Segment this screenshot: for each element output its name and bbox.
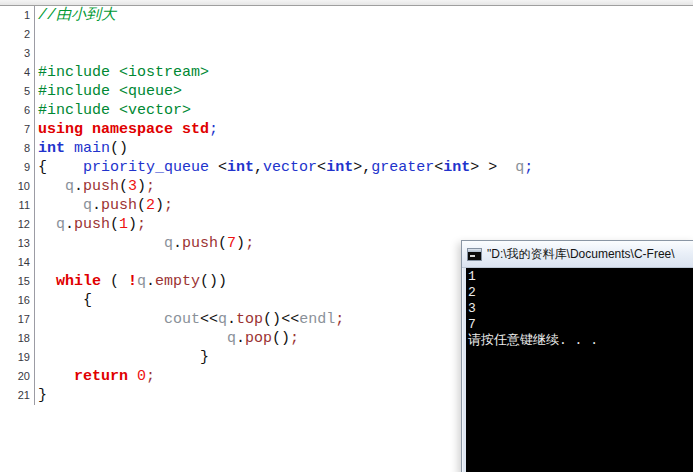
- gutter-line-number: 7: [0, 120, 34, 139]
- code-line-text[interactable]: int main(): [34, 139, 693, 158]
- console-output-line: 1: [468, 269, 693, 285]
- code-token: ): [236, 235, 245, 252]
- gutter-line-number: 15: [0, 272, 34, 291]
- code-token: ;: [137, 216, 146, 233]
- gutter-line-number: 21: [0, 386, 34, 405]
- code-token: [38, 311, 164, 328]
- gutter-line-number: 11: [0, 196, 34, 215]
- code-token: q: [56, 216, 65, 233]
- code-line-text[interactable]: [34, 44, 693, 63]
- code-token: #include <iostream>: [38, 64, 209, 81]
- code-token: ;: [209, 121, 218, 138]
- code-token: int: [443, 159, 470, 176]
- gutter-line-number: 9: [0, 158, 34, 177]
- gutter-line-number: 16: [0, 291, 34, 310]
- gutter-line-number: 2: [0, 25, 34, 44]
- code-line[interactable]: 1//由小到大: [0, 6, 693, 25]
- code-token: return: [74, 368, 128, 385]
- code-token: > >: [470, 159, 515, 176]
- code-token: push: [74, 216, 110, 233]
- code-token: int: [227, 159, 254, 176]
- code-token: <<: [281, 311, 299, 328]
- console-title-bar[interactable]: "D:\我的资料库\Documents\C-Free\: [462, 241, 693, 268]
- gutter-line-number: 1: [0, 6, 34, 25]
- code-token: ;: [290, 330, 299, 347]
- code-token: ;: [146, 368, 155, 385]
- code-line[interactable]: 6#include <vector>: [0, 101, 693, 120]
- code-token: .: [92, 197, 101, 214]
- gutter-line-number: 4: [0, 63, 34, 82]
- code-token: .: [65, 216, 74, 233]
- console-output-line: 3: [468, 301, 693, 317]
- code-line[interactable]: 3: [0, 44, 693, 63]
- code-token: .: [173, 235, 182, 252]
- code-token: 2: [146, 197, 155, 214]
- code-token: #include <queue>: [38, 83, 182, 100]
- code-token: q: [83, 197, 92, 214]
- code-token: [38, 216, 56, 233]
- console-window[interactable]: "D:\我的资料库\Documents\C-Free\ 1237请按任意键继续.…: [461, 240, 693, 472]
- code-token: q: [515, 159, 524, 176]
- code-token: 3: [128, 178, 137, 195]
- console-output-line: 请按任意键继续. . .: [468, 333, 693, 349]
- code-token: ;: [164, 197, 173, 214]
- code-token: top: [236, 311, 263, 328]
- code-line-text[interactable]: //由小到大: [34, 6, 693, 25]
- code-token: (: [119, 178, 128, 195]
- code-token: int: [38, 140, 65, 157]
- code-line-text[interactable]: q.push(3);: [34, 177, 693, 196]
- console-output[interactable]: 1237请按任意键继续. . .: [466, 268, 693, 472]
- code-token: 0: [137, 368, 146, 385]
- code-line-text[interactable]: #include <queue>: [34, 82, 693, 101]
- code-token: //由小到大: [38, 7, 116, 24]
- code-line-text[interactable]: q.push(2);: [34, 196, 693, 215]
- code-line[interactable]: 11 q.push(2);: [0, 196, 693, 215]
- code-token: }: [38, 349, 209, 366]
- code-token: empty: [155, 273, 200, 290]
- code-token: ): [128, 216, 137, 233]
- gutter-line-number: 3: [0, 44, 34, 63]
- code-line[interactable]: 9{ priority_queue <int,vector<int>,great…: [0, 158, 693, 177]
- code-token: >,: [353, 159, 371, 176]
- code-token: [38, 197, 83, 214]
- code-line[interactable]: 5#include <queue>: [0, 82, 693, 101]
- code-token: q: [218, 311, 227, 328]
- code-token: [38, 330, 227, 347]
- code-line[interactable]: 2: [0, 25, 693, 44]
- code-token: ,: [254, 159, 263, 176]
- code-line-text[interactable]: { priority_queue <int,vector<int>,greate…: [34, 158, 693, 177]
- code-token: (): [110, 140, 128, 157]
- code-token: push: [182, 235, 218, 252]
- code-line[interactable]: 8int main(): [0, 139, 693, 158]
- code-token: endl: [299, 311, 335, 328]
- code-token: <<: [200, 311, 218, 328]
- code-line[interactable]: 10 q.push(3);: [0, 177, 693, 196]
- code-token: (: [218, 235, 227, 252]
- code-token: (: [101, 273, 128, 290]
- code-token: ()): [200, 273, 227, 290]
- code-token: .: [236, 330, 245, 347]
- code-line[interactable]: 12 q.push(1);: [0, 215, 693, 234]
- code-line-text[interactable]: #include <vector>: [34, 101, 693, 120]
- code-line-text[interactable]: #include <iostream>: [34, 63, 693, 82]
- console-window-icon: [467, 248, 482, 261]
- code-token: greater: [371, 159, 434, 176]
- code-token: priority_queue: [83, 159, 209, 176]
- gutter-line-number: 10: [0, 177, 34, 196]
- code-line-text[interactable]: [34, 25, 693, 44]
- code-token: q: [227, 330, 236, 347]
- gutter-line-number: 17: [0, 310, 34, 329]
- code-line[interactable]: 7using namespace std;: [0, 120, 693, 139]
- code-token: #include <vector>: [38, 102, 191, 119]
- code-line-text[interactable]: using namespace std;: [34, 120, 693, 139]
- code-token: vector: [263, 159, 317, 176]
- code-token: [38, 178, 65, 195]
- gutter-line-number: 14: [0, 253, 34, 272]
- code-line[interactable]: 4#include <iostream>: [0, 63, 693, 82]
- code-token: 7: [227, 235, 236, 252]
- code-token: push: [83, 178, 119, 195]
- gutter-line-number: 13: [0, 234, 34, 253]
- code-token: q: [137, 273, 146, 290]
- console-output-line: 7: [468, 317, 693, 333]
- code-line-text[interactable]: q.push(1);: [34, 215, 693, 234]
